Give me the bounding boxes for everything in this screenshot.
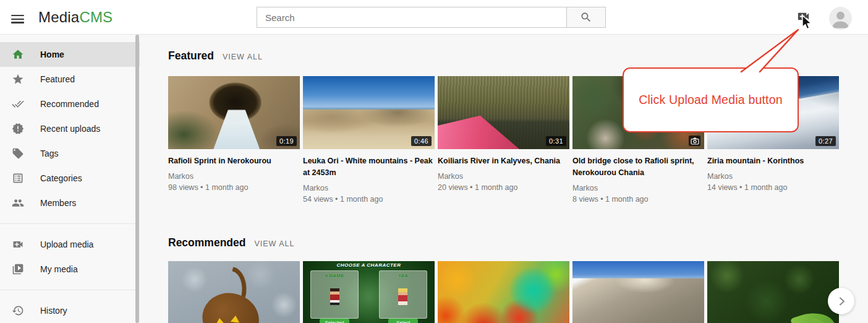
- video-thumbnail[interactable]: [168, 261, 300, 323]
- video-card: 0:19 Rafioli Sprint in Nerokourou Markos…: [168, 76, 300, 204]
- game-heading-text: CHOOSE A CHARACTER: [303, 262, 435, 268]
- search-icon: [580, 11, 592, 24]
- logo-text-cms: CMS: [79, 9, 113, 25]
- sidebar-item-label: Home: [40, 50, 64, 59]
- categories-icon: [12, 172, 24, 184]
- section-header: Featured VIEW ALL: [168, 50, 868, 62]
- video-thumbnail[interactable]: 0:19: [168, 76, 300, 149]
- view-all-link[interactable]: VIEW ALL: [223, 53, 263, 61]
- user-avatar[interactable]: [829, 7, 852, 30]
- search-input[interactable]: [257, 7, 567, 28]
- view-all-link[interactable]: VIEW ALL: [254, 239, 294, 248]
- video-thumbnail[interactable]: [572, 261, 704, 323]
- sidebar-item-upload-media[interactable]: Upload media: [0, 232, 140, 257]
- my-media-icon: [12, 263, 24, 275]
- video-meta: 98 views • 1 month ago: [168, 182, 300, 193]
- duration-badge: 0:19: [276, 136, 297, 146]
- search-bar: [257, 7, 606, 28]
- video-meta: 8 views • 1 month ago: [572, 194, 704, 205]
- sidebar-item-label: Categories: [40, 173, 82, 183]
- sidebar-item-label: Upload media: [40, 239, 93, 249]
- new-releases-icon: [12, 123, 24, 135]
- character-sprite: [398, 288, 407, 305]
- sidebar-item-members[interactable]: Members: [0, 191, 140, 215]
- sidebar-item-featured[interactable]: Featured: [0, 67, 140, 92]
- upload-media-icon: [12, 238, 24, 251]
- video-author[interactable]: Markos: [572, 183, 704, 194]
- video-author[interactable]: Markos: [707, 171, 839, 182]
- video-card: 0:31 Koiliaris River in Kalyves, Chania …: [438, 76, 569, 204]
- sidebar-item-my-media[interactable]: My media: [0, 257, 140, 282]
- character-sprite: [330, 288, 339, 305]
- chevron-right-icon: [835, 295, 848, 308]
- video-author[interactable]: Markos: [168, 171, 300, 182]
- camera-icon: [691, 137, 699, 145]
- sidebar-item-label: Tags: [40, 149, 59, 158]
- menu-toggle-button[interactable]: [9, 10, 27, 26]
- sidebar-item-home[interactable]: Home: [0, 42, 140, 67]
- video-title[interactable]: Ziria mountain - Korinthos: [707, 155, 842, 167]
- carousel-next-button[interactable]: [828, 288, 854, 314]
- video-title[interactable]: Rafioli Sprint in Nerokourou: [168, 155, 303, 167]
- avatar-icon: [829, 7, 852, 30]
- upload-media-icon: [796, 9, 811, 24]
- annotation-text: Click Upload Media button: [639, 93, 783, 107]
- character-name: YAA: [379, 273, 427, 278]
- annotation-callout: Click Upload Media button: [623, 67, 799, 132]
- logo-text-media: Media: [38, 9, 79, 25]
- video-card: CHOOSE A CHARACTER KWAME YAA Selected Se…: [303, 261, 435, 323]
- duration-badge: 0:31: [546, 136, 566, 146]
- app-logo[interactable]: MediaCMS: [38, 0, 113, 35]
- sidebar-scrollbar[interactable]: [135, 35, 139, 323]
- recommended-cards-row: CHOOSE A CHARACTER KWAME YAA Selected Se…: [168, 261, 868, 323]
- sidebar-item-history[interactable]: History: [0, 298, 140, 323]
- video-thumbnail[interactable]: CHOOSE A CHARACTER KWAME YAA Selected Se…: [303, 261, 435, 323]
- character-name: KWAME: [310, 273, 359, 278]
- video-card: [438, 261, 569, 323]
- hamburger-icon: [11, 15, 24, 16]
- video-thumbnail[interactable]: [438, 261, 569, 323]
- video-thumbnail[interactable]: 0:46: [303, 76, 435, 149]
- members-icon: [12, 197, 24, 209]
- section-title: Recommended: [168, 236, 245, 249]
- top-bar: MediaCMS: [0, 0, 868, 35]
- photo-badge: [689, 136, 700, 146]
- sidebar-nav: Home Featured Recommended Recent uploads…: [0, 35, 140, 323]
- sidebar-item-recommended[interactable]: Recommended: [0, 92, 140, 116]
- star-icon: [12, 73, 24, 85]
- done-all-icon: [12, 98, 24, 110]
- sidebar-divider: [0, 223, 140, 224]
- duration-badge: 0:27: [815, 136, 836, 146]
- video-author[interactable]: Markos: [303, 183, 435, 194]
- duration-badge: 0:46: [411, 136, 432, 146]
- tag-icon: [12, 147, 24, 160]
- sidebar-item-label: Members: [40, 198, 76, 208]
- video-title[interactable]: Old bridge close to Rafioli sprint, Nero…: [572, 155, 707, 179]
- home-icon: [12, 48, 24, 61]
- video-title[interactable]: Koiliaris River in Kalyves, Chania: [438, 155, 572, 167]
- video-card: [572, 261, 704, 323]
- pumpkin-shape: [199, 290, 263, 323]
- video-meta: 14 views • 1 month ago: [707, 182, 839, 193]
- sidebar-item-label: Recent uploads: [40, 124, 100, 134]
- section-header: Recommended VIEW ALL: [168, 236, 868, 249]
- video-card: [707, 261, 839, 323]
- search-button[interactable]: [567, 7, 606, 28]
- video-thumbnail[interactable]: 0:31: [438, 76, 569, 149]
- sidebar-divider: [0, 290, 140, 290]
- video-thumbnail[interactable]: [707, 261, 839, 323]
- sidebar-item-categories[interactable]: Categories: [0, 166, 140, 191]
- sidebar-item-tags[interactable]: Tags: [0, 141, 140, 166]
- select-button-label: Select: [388, 319, 418, 323]
- upload-media-button[interactable]: [795, 9, 811, 25]
- history-icon: [12, 304, 24, 317]
- video-title[interactable]: Leuka Ori - White mountains - Peak at 24…: [303, 155, 438, 179]
- video-card: 0:46 Leuka Ori - White mountains - Peak …: [303, 76, 435, 204]
- video-meta: 54 views • 1 month ago: [303, 194, 435, 205]
- sidebar-item-label: History: [40, 306, 67, 316]
- sidebar-item-recent-uploads[interactable]: Recent uploads: [0, 116, 140, 141]
- recommended-section: Recommended VIEW ALL CHOOSE A CHARACTER …: [168, 236, 868, 323]
- video-author[interactable]: Markos: [438, 171, 569, 182]
- video-card: [168, 261, 300, 323]
- selected-button-label: Selected: [320, 319, 349, 323]
